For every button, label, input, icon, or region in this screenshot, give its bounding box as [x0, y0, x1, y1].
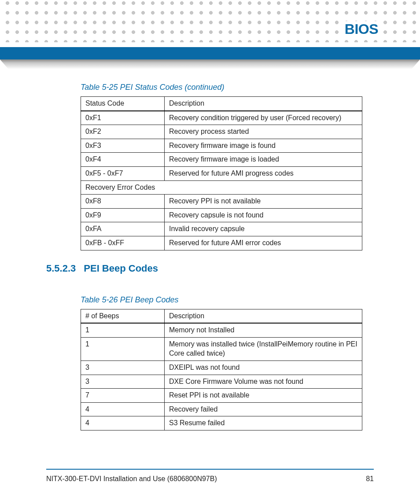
cell-beeps: 4	[81, 416, 165, 430]
table-row: 0xFB - 0xFFReserved for future AMI error…	[81, 236, 362, 250]
table-row: 0xF4Recovery firmware image is loaded	[81, 153, 362, 167]
cell-section: Recovery Error Codes	[81, 180, 362, 195]
cell-code: 0xF9	[81, 208, 165, 222]
cell-beeps: 7	[81, 389, 165, 403]
cell-code: 0xF4	[81, 153, 165, 167]
cell-code: 0xF2	[81, 125, 165, 139]
section-number: 5.5.2.3	[46, 263, 76, 274]
col-description: Description	[165, 97, 362, 111]
cell-code: 0xFA	[81, 222, 165, 236]
cell-desc: Recovery firmware image is found	[165, 139, 362, 153]
cell-code: 0xFB - 0xFF	[81, 236, 165, 250]
cell-desc: Recovery condition triggered by user (Fo…	[165, 111, 362, 125]
cell-desc: Recovery capsule is not found	[165, 208, 362, 222]
cell-desc: Recovery PPI is not available	[165, 195, 362, 209]
table-row-section: Recovery Error Codes	[81, 180, 362, 195]
cell-desc: DXE Core Firmware Volume was not found	[165, 375, 362, 389]
table-row: 3DXE Core Firmware Volume was not found	[81, 375, 362, 389]
cell-beeps: 4	[81, 402, 165, 416]
cell-code: 0xF1	[81, 111, 165, 125]
table-row: 1Memory not Installed	[81, 323, 362, 337]
table-pei-beep-codes: # of Beeps Description 1Memory not Insta…	[81, 309, 362, 430]
table-header-row: # of Beeps Description	[81, 309, 362, 323]
table-row: 3DXEIPL was not found	[81, 361, 362, 375]
table-row: 4Recovery failed	[81, 402, 362, 416]
table-25-caption: Table 5-25 PEI Status Codes (continued)	[81, 83, 373, 92]
cell-code: 0xF8	[81, 195, 165, 209]
header-shadow	[0, 59, 420, 69]
cell-beeps: 3	[81, 361, 165, 375]
col-status-code: Status Code	[81, 97, 165, 111]
table-row: 1Memory was installed twice (InstallPeiM…	[81, 337, 362, 361]
table-row: 0xF5 - 0xF7Reserved for future AMI progr…	[81, 166, 362, 180]
cell-desc: Memory was installed twice (InstallPeiMe…	[165, 337, 362, 361]
section-title: PEI Beep Codes	[84, 263, 158, 274]
table-row: 0xF2Recovery process started	[81, 125, 362, 139]
cell-desc: DXEIPL was not found	[165, 361, 362, 375]
cell-desc: Reset PPI is not available	[165, 389, 362, 403]
table-row: 0xF9Recovery capsule is not found	[81, 208, 362, 222]
table-row: 4S3 Resume failed	[81, 416, 362, 430]
table-header-row: Status Code Description	[81, 97, 362, 111]
cell-code: 0xF3	[81, 139, 165, 153]
table-pei-status-codes: Status Code Description 0xF1Recovery con…	[81, 96, 362, 250]
header-blue-bar	[0, 47, 420, 59]
cell-desc: Reserved for future AMI progress codes	[165, 166, 362, 180]
cell-desc: S3 Resume failed	[165, 416, 362, 430]
cell-desc: Recovery process started	[165, 125, 362, 139]
chapter-title: BIOS	[339, 21, 378, 37]
col-description: Description	[165, 309, 362, 323]
cell-desc: Memory not Installed	[165, 323, 362, 337]
table-row: 0xF1Recovery condition triggered by user…	[81, 111, 362, 125]
table-26-caption: Table 5-26 PEI Beep Codes	[81, 295, 373, 305]
footer-doc-title: NITX-300-ET-DVI Installation and Use (68…	[46, 475, 217, 483]
cell-desc: Invalid recovery capsule	[165, 222, 362, 236]
col-beeps: # of Beeps	[81, 309, 165, 323]
page-footer: NITX-300-ET-DVI Installation and Use (68…	[46, 469, 374, 483]
cell-beeps: 1	[81, 337, 165, 361]
table-row: 0xF3Recovery firmware image is found	[81, 139, 362, 153]
footer-page-number: 81	[366, 475, 374, 483]
table-row: 7Reset PPI is not available	[81, 389, 362, 403]
cell-desc: Recovery failed	[165, 402, 362, 416]
footer-rule	[46, 469, 374, 470]
table-row: 0xF8Recovery PPI is not available	[81, 195, 362, 209]
cell-desc: Reserved for future AMI error codes	[165, 236, 362, 250]
cell-code: 0xF5 - 0xF7	[81, 166, 165, 180]
cell-beeps: 3	[81, 375, 165, 389]
cell-beeps: 1	[81, 323, 165, 337]
table-row: 0xFAInvalid recovery capsule	[81, 222, 362, 236]
cell-desc: Recovery firmware image is loaded	[165, 153, 362, 167]
